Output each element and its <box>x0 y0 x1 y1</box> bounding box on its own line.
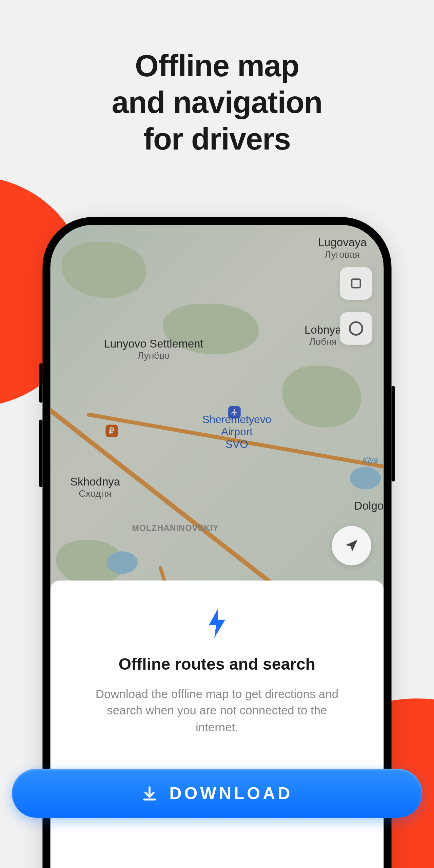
phone-side-button <box>392 386 395 481</box>
headline-line-1: Offline map <box>0 47 434 84</box>
svg-point-1 <box>350 322 362 335</box>
download-icon <box>141 785 158 802</box>
headline-line-2: and navigation <box>0 84 434 121</box>
page-headline: Offline map and navigation for drivers <box>0 0 434 157</box>
lightning-bolt-icon <box>73 609 361 638</box>
offline-info-card: Offline routes and search Download the o… <box>51 580 384 868</box>
card-title: Offline routes and search <box>73 655 361 673</box>
phone-side-button <box>39 363 42 403</box>
svg-rect-0 <box>352 279 360 288</box>
map-dim-overlay <box>51 225 384 588</box>
headline-line-3: for drivers <box>0 121 434 157</box>
traffic-button[interactable] <box>340 312 372 345</box>
map-view[interactable]: Klya Lugovaya Луговая Lunyovo Settlement… <box>51 225 384 588</box>
card-description: Download the offline map to get directio… <box>73 686 361 735</box>
locate-me-button[interactable] <box>332 526 371 565</box>
phone-side-button <box>39 420 42 487</box>
download-button-label: DOWNLOAD <box>170 784 293 803</box>
layers-button[interactable] <box>340 267 372 300</box>
download-button[interactable]: DOWNLOAD <box>12 769 422 818</box>
